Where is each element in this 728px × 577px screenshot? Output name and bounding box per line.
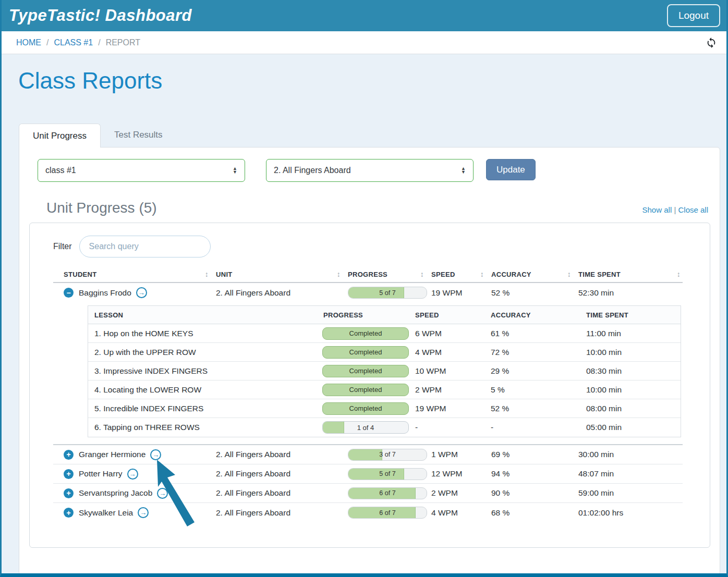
class-select[interactable]: class #1 ▲▼ [38,159,245,182]
breadcrumb-class[interactable]: CLASS #1 [54,38,93,47]
progress-label: 1 of 4 [323,422,408,433]
lesson-progress-bar: 1 of 4 [322,421,409,434]
student-unit: 2. All Fingers Aboard [216,450,348,459]
refresh-icon[interactable] [706,37,717,48]
col-unit: UNIT [216,271,233,278]
lesson-name: 1. Hop on the HOME KEYS [88,329,322,338]
unit-progress-bar: 6 of 7 [348,487,427,499]
breadcrumb-home[interactable]: HOME [16,38,41,47]
sort-icon[interactable]: ↕ [420,270,424,278]
student-accuracy: 90 % [491,488,578,498]
completed-badge: Completed [322,327,409,340]
student-report-icon[interactable]: → [127,469,138,480]
select-arrows-icon: ▲▼ [233,167,237,174]
student-name: Granger Hermione [79,450,145,459]
lesson-name: 3. Impressive INDEX FINGERS [88,366,322,376]
sort-icon[interactable]: ↕ [480,270,484,278]
student-report-icon[interactable]: → [136,287,147,298]
unit-progress-bar: 5 of 7 [348,287,427,299]
completed-badge: Completed [322,365,409,377]
lesson-accuracy: - [484,423,580,432]
lesson-name: 5. Incredible INDEX FINGERS [88,404,322,413]
student-row: − Baggins Frodo → 2. All Fingers Aboard … [53,283,683,302]
student-report-icon[interactable]: → [150,449,161,460]
breadcrumb-separator: / [98,38,100,47]
col-lesson-progress: PROGRESS [322,311,409,319]
tab-test-results[interactable]: Test Results [101,123,176,147]
tab-panel: class #1 ▲▼ 2. All Fingers Aboard ▲▼ Upd… [19,147,720,575]
lesson-time: 11:00 min [580,329,681,338]
progress-label: 5 of 7 [348,287,427,298]
unit-select[interactable]: 2. All Fingers Aboard ▲▼ [266,159,474,182]
lesson-time: 05:00 min [580,423,681,432]
filter-input[interactable] [79,236,211,257]
lesson-name: 2. Up with the UPPER ROW [88,348,322,357]
lesson-row: 3. Impressive INDEX FINGERS Completed 10… [88,362,681,380]
select-arrows-icon: ▲▼ [461,167,466,174]
col-lesson-accuracy: ACCURACY [484,311,580,319]
unit-progress-table: STUDENT↕ UNIT↕ PROGRESS↕ SPEED↕ ACCURACY… [53,266,683,522]
expand-icon[interactable]: + [64,450,74,460]
student-unit: 2. All Fingers Aboard [216,508,348,518]
show-all-link[interactable]: Show all [642,205,672,214]
col-time-spent: TIME SPENT [578,271,621,278]
collapse-icon[interactable]: − [64,288,74,298]
tab-unit-progress[interactable]: Unit Progress [19,124,101,148]
progress-label: 6 of 7 [348,488,427,499]
student-name: Potter Harry [79,469,123,478]
lesson-table: LESSON PROGRESS SPEED ACCURACY TIME SPEN… [88,305,681,437]
lesson-row: 1. Hop on the HOME KEYS Completed 6 WPM … [88,324,681,343]
lesson-row: 6. Tapping on THREE ROWS 1 of 4 - - 05:0… [88,418,681,437]
lesson-time: 08:30 min [580,366,681,376]
progress-label: 3 of 7 [348,449,427,460]
student-row: + Granger Hermione → 2. All Fingers Aboa… [53,445,683,464]
student-unit: 2. All Fingers Aboard [216,488,348,498]
lesson-speed: 10 WPM [409,366,484,376]
close-all-link[interactable]: Close all [678,205,708,214]
progress-label: 6 of 7 [348,507,427,518]
breadcrumb-separator: / [46,38,48,47]
lesson-speed: 2 WPM [409,385,484,395]
student-accuracy: 68 % [491,508,578,518]
sort-icon[interactable]: ↕ [205,270,209,278]
expand-icon[interactable]: + [64,508,74,518]
logout-button[interactable]: Logout [667,4,720,27]
lesson-speed: 19 WPM [409,404,484,413]
lesson-accuracy: 72 % [484,348,580,357]
lesson-accuracy: 5 % [484,385,580,395]
lesson-speed: - [409,423,484,432]
lesson-accuracy: 61 % [484,329,580,338]
section-title: Unit Progress (5) [46,200,157,216]
student-speed: 2 WPM [431,488,491,498]
filter-row: Filter [30,236,710,257]
col-lesson-time: TIME SPENT [580,311,681,319]
lesson-row: 4. Locating the LOWER ROW Completed 2 WP… [88,380,681,399]
expand-icon[interactable]: + [64,488,74,498]
student-speed: 1 WPM [431,450,491,459]
student-report-icon[interactable]: → [157,488,168,499]
student-name: Baggins Frodo [79,288,131,298]
class-select-value: class #1 [45,166,76,175]
sort-icon[interactable]: ↕ [567,270,571,278]
student-unit: 2. All Fingers Aboard [216,469,348,478]
page-title: Class Reports [18,68,726,94]
unit-progress-bar: 3 of 7 [348,449,427,461]
expand-icon[interactable]: + [64,469,74,479]
links-separator: | [674,205,676,214]
lesson-time: 10:00 min [580,348,681,357]
expand-links: Show all | Close all [642,205,708,216]
student-name: Servantspring Jacob [79,488,152,498]
student-speed: 12 WPM [431,469,491,478]
report-controls: class #1 ▲▼ 2. All Fingers Aboard ▲▼ Upd… [19,159,720,182]
col-lesson-speed: SPEED [409,311,484,319]
col-accuracy: ACCURACY [491,271,531,278]
student-speed: 19 WPM [431,288,491,298]
app-header: TypeTastic! Dashboard Logout [2,0,726,31]
sort-icon[interactable]: ↕ [337,270,341,278]
student-row: + Potter Harry → 2. All Fingers Aboard 5… [53,464,683,484]
student-accuracy: 69 % [491,450,578,459]
col-speed: SPEED [431,271,455,278]
update-button[interactable]: Update [486,159,536,180]
sort-icon[interactable]: ↕ [677,270,681,278]
student-report-icon[interactable]: → [138,507,149,518]
